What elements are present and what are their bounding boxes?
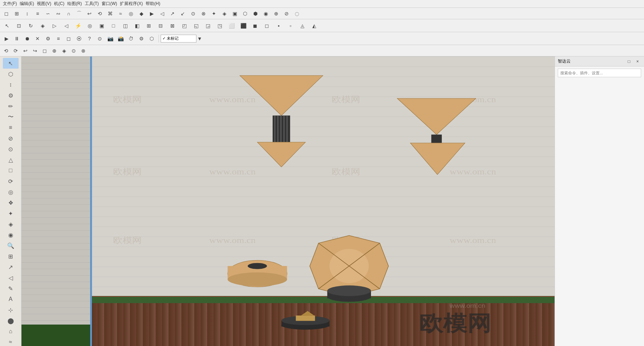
tb1-icons-btn-14[interactable]: ▶ bbox=[147, 9, 157, 19]
sidebar-btn-26[interactable]: ≈ bbox=[3, 337, 19, 346]
tb1-icons-btn-19[interactable]: ⊗ bbox=[199, 9, 209, 19]
tb3-icons-btn-11[interactable]: 📸 bbox=[116, 34, 126, 44]
sidebar-btn-6[interactable]: ≡ bbox=[3, 122, 19, 133]
tb3-icons-btn-14[interactable]: ⬡ bbox=[147, 34, 157, 44]
sidebar-btn-19[interactable]: ↗ bbox=[3, 262, 19, 272]
tb1-icons-btn-6[interactable]: ∩ bbox=[64, 9, 74, 19]
tb2-icons-btn-13[interactable]: ⊟ bbox=[155, 20, 166, 31]
menu-item-E[interactable]: 编辑(E) bbox=[18, 1, 35, 7]
tb1-icons-btn-18[interactable]: ⊙ bbox=[188, 9, 198, 19]
tb1-icons-btn-15[interactable]: ◁ bbox=[157, 9, 167, 19]
tb2-icons-btn-25[interactable]: ◬ bbox=[297, 20, 308, 31]
tb4-icons-btn-3[interactable]: ↪ bbox=[30, 46, 40, 55]
tag-select[interactable]: ✓ 未标记 bbox=[161, 35, 196, 43]
menu-item-H[interactable]: 帮助(H) bbox=[144, 1, 162, 7]
tb2-icons-btn-26[interactable]: ◭ bbox=[308, 20, 320, 31]
sidebar-btn-12[interactable]: ◎ bbox=[3, 187, 19, 197]
tb1-icons-btn-16[interactable]: ↗ bbox=[167, 9, 177, 19]
sidebar-btn-16[interactable]: ◉ bbox=[3, 229, 19, 240]
tb2-icons-btn-0[interactable]: ↖ bbox=[1, 20, 13, 31]
tb1-icons-btn-20[interactable]: ✦ bbox=[209, 9, 219, 19]
tb3-icons-btn-4[interactable]: ⚙ bbox=[43, 34, 53, 44]
tb4-icons-btn-4[interactable]: ◻ bbox=[40, 46, 49, 55]
sidebar-btn-7[interactable]: ⊘ bbox=[3, 133, 19, 144]
tb2-icons-btn-5[interactable]: ◁ bbox=[60, 20, 72, 31]
tb2-icons-btn-15[interactable]: ◰ bbox=[179, 20, 190, 31]
tb2-icons-btn-12[interactable]: ⊞ bbox=[143, 20, 155, 31]
tb2-icons-btn-21[interactable]: ◼ bbox=[249, 20, 261, 31]
tb2-icons-btn-9[interactable]: □ bbox=[108, 20, 119, 31]
tb1-icons-btn-28[interactable]: ◌ bbox=[292, 9, 302, 19]
tb1-icons-btn-23[interactable]: ⬡ bbox=[240, 9, 250, 19]
menu-item-T[interactable]: 工具(T) bbox=[83, 1, 100, 7]
tb2-icons-btn-10[interactable]: ◫ bbox=[119, 20, 131, 31]
tb4-icons-btn-7[interactable]: ⊙ bbox=[69, 46, 78, 55]
viewport[interactable]: 欧模网 www.om.cn 欧模网 www.om.cn 欧模网 www.om.c… bbox=[91, 56, 555, 346]
tb4-icons-btn-6[interactable]: ◈ bbox=[59, 46, 69, 55]
sidebar-btn-11[interactable]: ⟳ bbox=[3, 176, 19, 187]
tb3-icons-btn-12[interactable]: ⏱ bbox=[126, 34, 136, 44]
tag-dropdown-btn[interactable]: ▼ bbox=[197, 34, 202, 43]
tb3-icons-btn-8[interactable]: ? bbox=[84, 34, 94, 44]
tb3-icons-btn-3[interactable]: ✕ bbox=[33, 34, 43, 44]
menu-item-R[interactable]: 绘图(R) bbox=[66, 1, 83, 7]
tb4-icons-btn-8[interactable]: ⊗ bbox=[79, 46, 88, 55]
sidebar-btn-8[interactable]: ⊙ bbox=[3, 144, 19, 154]
tb2-icons-btn-22[interactable]: ◻ bbox=[261, 20, 273, 31]
tb2-icons-btn-4[interactable]: ▷ bbox=[49, 20, 60, 31]
menu-item-F[interactable]: 文件(F) bbox=[1, 1, 18, 7]
sidebar-btn-20[interactable]: ◁ bbox=[3, 272, 19, 283]
tb1-icons-btn-10[interactable]: ⌘ bbox=[105, 9, 115, 19]
right-panel-search-input[interactable] bbox=[558, 69, 641, 77]
tb1-icons-btn-17[interactable]: ↙ bbox=[178, 9, 188, 19]
sidebar-btn-23[interactable]: ⊹ bbox=[3, 305, 19, 315]
tb2-icons-btn-24[interactable]: ▫ bbox=[285, 20, 296, 31]
sidebar-btn-22[interactable]: A bbox=[3, 294, 19, 305]
menu-item-V[interactable]: 视图(V) bbox=[35, 1, 53, 7]
sidebar-btn-4[interactable]: ✏ bbox=[3, 101, 19, 112]
sidebar-btn-15[interactable]: ◈ bbox=[3, 219, 19, 229]
tb2-icons-btn-18[interactable]: ◳ bbox=[214, 20, 225, 31]
tb1-icons-btn-7[interactable]: ⌒ bbox=[74, 9, 84, 19]
tb3-icons-btn-6[interactable]: ◻ bbox=[64, 34, 74, 44]
sidebar-btn-9[interactable]: △ bbox=[3, 154, 19, 165]
tb1-icons-btn-25[interactable]: ◉ bbox=[261, 9, 271, 19]
tb3-icons-btn-7[interactable]: ⦿ bbox=[74, 34, 84, 44]
tb3-icons-btn-2[interactable]: ⏺ bbox=[22, 34, 32, 44]
tb4-icons-btn-5[interactable]: ⊕ bbox=[50, 46, 59, 55]
menu-item-W[interactable]: 窗口(W) bbox=[100, 1, 118, 7]
tb1-icons-btn-8[interactable]: ↩ bbox=[84, 9, 94, 19]
sidebar-btn-1[interactable]: ⬡ bbox=[3, 69, 19, 79]
tb1-icons-btn-3[interactable]: ≡ bbox=[33, 9, 43, 19]
menu-item-C[interactable]: 机(C) bbox=[53, 1, 66, 7]
tb1-icons-btn-27[interactable]: ⊘ bbox=[282, 9, 292, 19]
right-panel-minimize[interactable]: □ bbox=[625, 58, 633, 65]
tb1-icons-btn-21[interactable]: ◈ bbox=[219, 9, 229, 19]
tb1-icons-btn-26[interactable]: ⊕ bbox=[271, 9, 281, 19]
tb2-icons-btn-8[interactable]: ▣ bbox=[96, 20, 107, 31]
sidebar-btn-14[interactable]: ✦ bbox=[3, 208, 19, 219]
tb2-icons-btn-23[interactable]: ▪ bbox=[273, 20, 284, 31]
sidebar-btn-18[interactable]: ⊞ bbox=[3, 251, 19, 262]
tb3-icons-btn-0[interactable]: ▶ bbox=[1, 34, 11, 44]
tb4-icons-btn-2[interactable]: ↩ bbox=[21, 46, 30, 55]
tb1-icons-btn-0[interactable]: ◻ bbox=[1, 9, 11, 19]
tb1-icons-btn-9[interactable]: ⟲ bbox=[95, 9, 105, 19]
tb2-icons-btn-7[interactable]: ◎ bbox=[84, 20, 96, 31]
tb3-icons-btn-1[interactable]: ⏸ bbox=[12, 34, 22, 44]
tb1-icons-btn-2[interactable]: ↕ bbox=[22, 9, 32, 19]
tb3-icons-btn-9[interactable]: ⊙ bbox=[95, 34, 105, 44]
tb1-icons-btn-12[interactable]: ◎ bbox=[126, 9, 136, 19]
tb1-icons-btn-24[interactable]: ⬢ bbox=[250, 9, 260, 19]
sidebar-btn-13[interactable]: ❖ bbox=[3, 197, 19, 208]
sidebar-btn-17[interactable]: 🔍 bbox=[3, 240, 19, 251]
tb2-icons-btn-1[interactable]: ⊡ bbox=[13, 20, 25, 31]
tb1-icons-btn-5[interactable]: ∾ bbox=[53, 9, 63, 19]
tb2-icons-btn-2[interactable]: ↻ bbox=[25, 20, 36, 31]
sidebar-btn-0[interactable]: ↖ bbox=[3, 58, 19, 69]
sidebar-btn-5[interactable]: 〜 bbox=[3, 112, 19, 122]
sidebar-btn-2[interactable]: ↕ bbox=[3, 79, 19, 90]
tb2-icons-btn-19[interactable]: ⬜ bbox=[226, 20, 237, 31]
tb1-icons-btn-1[interactable]: ⊞ bbox=[12, 9, 22, 19]
tb1-icons-btn-4[interactable]: ∽ bbox=[43, 9, 53, 19]
